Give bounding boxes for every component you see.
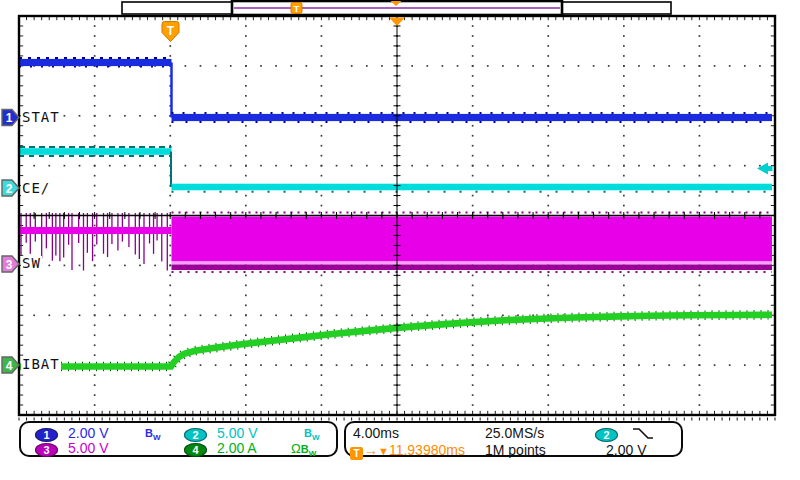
ch1-marker-number: 1 [6,111,13,125]
oscilloscope-screen: T T 1 2 3 4 STAT CE/ SW IBAT 1 2.00 V BW… [0,0,800,480]
ch1-trace-label: STAT [21,110,61,125]
ch4-trace-label: IBAT [21,357,61,372]
trigger-level-arrow-icon[interactable] [757,163,773,175]
waveform-traces [19,58,772,366]
timebase-trigger-readout-box: 4.00ms 25.0MS/s 2 T→▼11.93980ms 1M point… [344,421,683,457]
ch2-marker-number: 2 [6,182,13,196]
ch3-trace-label: SW [21,256,42,271]
ch1-scale-value: 2.00 V [68,426,108,441]
trigger-slider-label: T [294,4,300,14]
ch3-badge: 3 [35,443,58,457]
trigger-source-badge: 2 [595,428,618,442]
ch4-scale-value: 2.00 A [217,441,257,456]
trigger-level-value: 2.00 V [606,443,646,458]
ch4-marker-number: 4 [6,359,13,373]
record-length: 1M points [485,443,546,458]
trigger-t-icon: T [350,447,363,460]
ch3-marker-number: 3 [6,258,13,272]
ch2-badge: 2 [184,428,207,442]
timebase-scale: 4.00ms [353,426,399,441]
delay-reference-marker-icon[interactable] [389,18,405,27]
ch4-impedance-bw: ΩBW [291,441,316,461]
scope-graphics: T T 1 2 3 4 [0,0,800,480]
ch2-scale-value: 5.00 V [217,426,257,441]
trigger-delay-readout: T→▼11.93980ms [350,443,465,460]
trigger-time-marker-label: T [167,24,175,38]
sample-rate: 25.0MS/s [485,426,544,441]
ch2-trace-label: CE/ [21,181,51,196]
ch3-scale-value: 5.00 V [68,441,108,456]
channel-scale-readout-box: 1 2.00 V BW 2 5.00 V BW 3 5.00 V 4 2.00 … [19,421,338,457]
graticule-frame [19,16,775,415]
ch1-badge: 1 [35,428,58,442]
ohm-icon: Ω [291,441,301,456]
ch4-badge: 4 [184,443,207,457]
